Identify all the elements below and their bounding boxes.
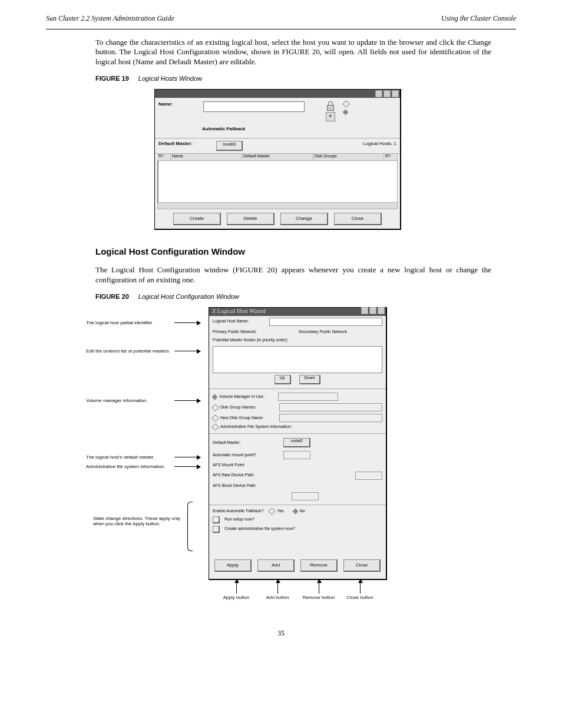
name-input[interactable] (203, 101, 305, 112)
new-disk-group-label: New Disk Group Name: (220, 416, 277, 421)
delete-button[interactable]: Delete (227, 213, 275, 225)
close-button[interactable]: Close (334, 213, 382, 225)
callout-afs: Administrative file system information. (86, 464, 172, 469)
default-master-label: Default Master: (158, 141, 209, 151)
close-button[interactable]: Close (343, 559, 381, 572)
arrow-right-icon (174, 466, 200, 467)
callout-volume-manager: Volume manager information. (86, 398, 172, 403)
figure19-title: Logical Hosts Window (138, 75, 202, 83)
close-icon[interactable] (392, 90, 399, 97)
remove-button[interactable]: Remove (300, 559, 338, 572)
radio-icon[interactable] (211, 423, 219, 431)
no-label: No (300, 509, 305, 514)
run-setup-label: Run setup now? (224, 517, 254, 522)
callout-state-directives: State change directives. These apply onl… (93, 516, 181, 526)
page-number: 35 (0, 629, 562, 638)
minimize-icon[interactable] (361, 307, 368, 314)
logical-hosts-window: Name: ✦ Automatic Failback Default Maste… (154, 89, 401, 230)
move-up-button[interactable]: Up (275, 375, 291, 384)
arrow-up-icon (360, 579, 361, 594)
titlebar (155, 90, 400, 98)
add-button[interactable]: Add (257, 559, 295, 572)
default-master-menu[interactable]: node0 (283, 438, 310, 447)
radio-icon[interactable] (212, 394, 218, 400)
auto-failback-label: Automatic Failback (202, 126, 245, 131)
logical-host-config-window: X Logical Host Wizard Logical Host Name:… (209, 307, 387, 580)
maximize-icon[interactable] (384, 90, 391, 97)
potential-masters-label: Potential Master Nodes (in priority orde… (213, 338, 288, 343)
nav-up-icon[interactable] (342, 100, 350, 108)
afs-raw-label: AFS Raw Device Path: (213, 473, 281, 478)
callout-add: Add button (258, 595, 297, 601)
radio-no-icon[interactable] (292, 508, 298, 514)
volume-manager-label: Volume Manager in Use: (219, 394, 276, 400)
list-area[interactable] (157, 161, 398, 203)
arrow-up-icon (236, 579, 237, 594)
admin-fs-label: Administrative File System Information: (220, 424, 292, 430)
afs-mount-label: AFS Mount Point: (213, 463, 281, 468)
default-master-menu[interactable]: node0 (216, 141, 243, 151)
section-title: Logical Host Configuration Window (95, 246, 491, 258)
default-master-label: Default Master: (213, 440, 281, 446)
header-rule (46, 29, 516, 29)
logical-host-name-input[interactable] (269, 318, 382, 326)
maximize-icon[interactable] (369, 307, 376, 314)
figure19-label: FIGURE 19 (95, 75, 129, 83)
checkbox-icon[interactable] (213, 526, 220, 533)
callout-remove: Remove button (299, 595, 338, 601)
figure19: Name: ✦ Automatic Failback Default Maste… (154, 89, 491, 230)
automount-label: Automatic mount point? (213, 453, 281, 458)
arrow-right-icon (174, 322, 200, 323)
radio-icon[interactable] (211, 414, 219, 422)
primary-network-label: Primary Public Network: (213, 330, 257, 335)
afs-block-label: AFS Block Device Path: (213, 483, 281, 489)
nav-down-icon[interactable] (343, 109, 349, 115)
auto-failback-label: Enable Automatic Failback? (213, 509, 263, 514)
potential-masters-list[interactable] (213, 346, 382, 373)
callout-apply: Apply button (217, 595, 256, 601)
move-down-button[interactable]: Down (299, 375, 321, 384)
list-header: R? Name Default Master Disk Groups R? (157, 154, 398, 161)
arrow-up-icon (277, 579, 278, 594)
titlebar: X Logical Host Wizard (209, 308, 386, 316)
scrollbar-horizontal[interactable] (157, 203, 398, 209)
change-button[interactable]: Change (280, 213, 328, 225)
arrow-right-icon (174, 457, 200, 457)
disk-group-field[interactable] (279, 403, 382, 411)
create-afs-label: Create administrative file system now? (224, 526, 295, 532)
callout-identifier: The logical host partial identifier (86, 320, 172, 325)
radio-icon[interactable] (211, 404, 219, 411)
minimize-icon[interactable] (375, 90, 382, 97)
col-default-master: Default Master (242, 154, 313, 160)
disk-group-label: Disk Group Names: (220, 405, 277, 410)
figure20-title: Logical Host Configuration Window (138, 293, 239, 301)
paragraph-section: The Logical Host Configuration window (F… (95, 265, 491, 285)
figure20: The logical host partial identifier Edit… (178, 307, 491, 596)
afs-raw-field[interactable] (355, 472, 382, 480)
paragraph-intro: To change the characteristics of an exis… (95, 38, 491, 67)
volume-manager-field[interactable] (278, 393, 338, 401)
star-icon[interactable]: ✦ (326, 112, 335, 121)
yes-label: Yes (277, 509, 283, 514)
col-r2: R? (384, 154, 398, 160)
lock-icon[interactable] (326, 101, 335, 111)
radio-yes-icon[interactable] (269, 508, 276, 515)
callout-default-master: The logical host's default master. (86, 454, 172, 460)
new-disk-group-field[interactable] (279, 414, 382, 422)
col-disk-groups: Disk Groups (313, 154, 384, 160)
running-head-right: Using the Cluster Console (441, 14, 516, 23)
secondary-network-label: Secondary Public Network (299, 330, 347, 335)
checkbox-icon[interactable] (213, 516, 220, 523)
close-icon[interactable] (378, 307, 385, 314)
callouts-left: The logical host partial identifier Edit… (86, 307, 210, 578)
arrow-up-icon (319, 579, 319, 594)
create-button[interactable]: Create (173, 213, 221, 225)
logical-hosts-count: Logical Hosts: 1 (363, 141, 396, 151)
brace-icon (187, 502, 193, 551)
callout-close: Close button (340, 595, 379, 601)
afs-block-field[interactable] (292, 492, 319, 500)
arrow-right-icon (174, 351, 200, 351)
automount-field[interactable] (283, 451, 310, 459)
window-title: X Logical Host Wizard (210, 308, 266, 315)
apply-button[interactable]: Apply (214, 559, 252, 572)
